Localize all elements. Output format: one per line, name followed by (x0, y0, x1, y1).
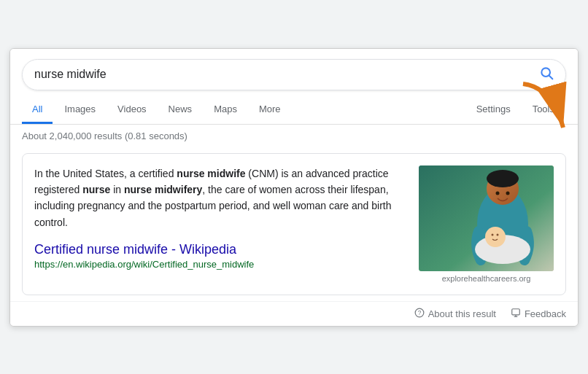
about-icon: ? (414, 308, 425, 320)
about-result-link[interactable]: ? About this result (414, 308, 496, 320)
tab-more[interactable]: More (249, 96, 291, 124)
results-count: About 2,040,000 results (0.81 seconds) (10, 125, 578, 147)
footer-bar: ? About this result Feedback (10, 301, 578, 326)
tab-tools[interactable]: Tools (522, 96, 565, 124)
nav-tabs: All Images Videos News Maps More Setting… (10, 96, 578, 125)
feedback-link[interactable]: Feedback (511, 308, 566, 320)
featured-snippet: In the United States, a certified nurse … (22, 153, 566, 295)
snippet-link-title[interactable]: Certified nurse midwife - Wikipedia (34, 242, 407, 257)
main-content: In the United States, a certified nurse … (10, 147, 578, 301)
tab-maps[interactable]: Maps (204, 96, 247, 124)
svg-point-9 (492, 233, 494, 235)
snippet-image (419, 165, 554, 271)
browser-window: All Images Videos News Maps More Setting… (9, 48, 579, 327)
search-icon[interactable] (539, 66, 554, 84)
svg-point-10 (497, 233, 499, 235)
snippet-text: In the United States, a certified nurse … (34, 165, 407, 231)
search-bar (22, 59, 566, 90)
svg-rect-15 (512, 308, 520, 314)
image-caption: explorehealthcareers.org (442, 274, 531, 283)
search-bar-area (10, 49, 578, 90)
svg-text:?: ? (417, 309, 421, 316)
search-input[interactable] (34, 68, 539, 81)
feedback-icon (511, 308, 521, 320)
tab-settings[interactable]: Settings (466, 96, 521, 124)
svg-point-12 (506, 191, 510, 195)
snippet-image-area: explorehealthcareers.org (419, 165, 554, 283)
tab-all[interactable]: All (22, 96, 53, 124)
snippet-text-area: In the United States, a certified nurse … (34, 165, 407, 283)
snippet-url: https://en.wikipedia.org/wiki/Certified_… (34, 259, 407, 270)
svg-point-11 (496, 191, 500, 195)
tab-videos[interactable]: Videos (107, 96, 157, 124)
svg-point-8 (485, 227, 506, 247)
tab-images[interactable]: Images (54, 96, 106, 124)
svg-point-6 (487, 170, 519, 187)
tab-news[interactable]: News (158, 96, 203, 124)
svg-line-2 (549, 75, 553, 79)
